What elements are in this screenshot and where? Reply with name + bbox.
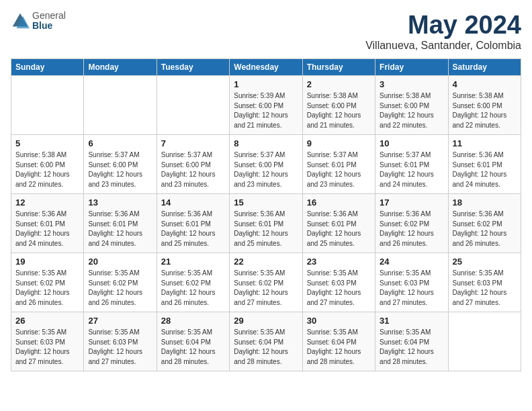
logo-blue: Blue <box>32 21 66 31</box>
day-info: Sunrise: 5:36 AMSunset: 6:01 PMDaylight:… <box>15 210 79 248</box>
day-number: 29 <box>234 316 298 326</box>
calendar-week-2: 5Sunrise: 5:38 AMSunset: 6:00 PMDaylight… <box>11 135 521 194</box>
calendar-cell: 2Sunrise: 5:38 AMSunset: 6:00 PMDaylight… <box>302 76 375 135</box>
calendar-cell: 13Sunrise: 5:36 AMSunset: 6:01 PMDayligh… <box>84 194 157 253</box>
day-number: 27 <box>88 316 152 326</box>
title-block: May 2024 Villanueva, Santander, Colombia <box>365 11 521 52</box>
day-info: Sunrise: 5:35 AMSunset: 6:02 PMDaylight:… <box>161 269 225 308</box>
day-info: Sunrise: 5:36 AMSunset: 6:01 PMDaylight:… <box>161 210 225 248</box>
calendar-cell: 20Sunrise: 5:35 AMSunset: 6:02 PMDayligh… <box>84 253 157 312</box>
weekday-header-tuesday: Tuesday <box>157 59 229 76</box>
day-number: 26 <box>15 316 79 326</box>
day-info: Sunrise: 5:35 AMSunset: 6:03 PMDaylight:… <box>453 269 517 308</box>
calendar-location: Villanueva, Santander, Colombia <box>365 40 521 52</box>
day-number: 3 <box>380 79 443 89</box>
day-number: 24 <box>380 257 443 267</box>
day-info: Sunrise: 5:35 AMSunset: 6:04 PMDaylight:… <box>307 328 371 367</box>
logo-general: General <box>32 11 66 21</box>
calendar-title: May 2024 <box>365 11 521 40</box>
calendar-cell: 5Sunrise: 5:38 AMSunset: 6:00 PMDaylight… <box>11 135 84 194</box>
day-number: 4 <box>453 79 517 89</box>
day-number: 8 <box>234 138 298 148</box>
weekday-header-saturday: Saturday <box>448 59 521 76</box>
calendar-cell: 25Sunrise: 5:35 AMSunset: 6:03 PMDayligh… <box>448 253 521 312</box>
calendar-cell: 9Sunrise: 5:37 AMSunset: 6:01 PMDaylight… <box>302 135 375 194</box>
calendar-cell: 21Sunrise: 5:35 AMSunset: 6:02 PMDayligh… <box>157 253 229 312</box>
calendar-cell: 12Sunrise: 5:36 AMSunset: 6:01 PMDayligh… <box>11 194 84 253</box>
calendar-cell <box>448 312 521 371</box>
day-number: 25 <box>453 257 517 267</box>
weekday-header-monday: Monday <box>84 59 157 76</box>
calendar-cell: 22Sunrise: 5:35 AMSunset: 6:02 PMDayligh… <box>230 253 302 312</box>
calendar-cell: 1Sunrise: 5:39 AMSunset: 6:00 PMDaylight… <box>230 76 302 135</box>
day-number: 16 <box>307 197 371 208</box>
day-number: 10 <box>380 138 443 148</box>
calendar-cell: 7Sunrise: 5:37 AMSunset: 6:00 PMDaylight… <box>157 135 229 194</box>
page-header: General Blue May 2024 Villanueva, Santan… <box>11 11 521 52</box>
calendar-week-3: 12Sunrise: 5:36 AMSunset: 6:01 PMDayligh… <box>11 194 521 253</box>
calendar-table: SundayMondayTuesdayWednesdayThursdayFrid… <box>11 58 521 371</box>
day-info: Sunrise: 5:37 AMSunset: 6:00 PMDaylight:… <box>234 150 298 189</box>
day-info: Sunrise: 5:38 AMSunset: 6:00 PMDaylight:… <box>380 91 443 130</box>
weekday-header-row: SundayMondayTuesdayWednesdayThursdayFrid… <box>11 59 521 76</box>
day-info: Sunrise: 5:35 AMSunset: 6:04 PMDaylight:… <box>380 328 443 367</box>
calendar-week-4: 19Sunrise: 5:35 AMSunset: 6:02 PMDayligh… <box>11 253 521 312</box>
day-number: 2 <box>307 79 371 89</box>
calendar-cell <box>157 76 229 135</box>
logo: General Blue <box>11 11 66 32</box>
day-number: 11 <box>453 138 517 148</box>
day-number: 22 <box>234 257 298 267</box>
day-info: Sunrise: 5:35 AMSunset: 6:04 PMDaylight:… <box>234 328 298 367</box>
day-info: Sunrise: 5:37 AMSunset: 6:01 PMDaylight:… <box>380 150 443 189</box>
day-number: 6 <box>88 138 152 148</box>
weekday-header-wednesday: Wednesday <box>230 59 302 76</box>
calendar-cell: 19Sunrise: 5:35 AMSunset: 6:02 PMDayligh… <box>11 253 84 312</box>
calendar-cell: 30Sunrise: 5:35 AMSunset: 6:04 PMDayligh… <box>302 312 375 371</box>
calendar-cell: 29Sunrise: 5:35 AMSunset: 6:04 PMDayligh… <box>230 312 302 371</box>
day-number: 5 <box>15 138 79 148</box>
logo-icon <box>11 11 30 30</box>
calendar-cell: 15Sunrise: 5:36 AMSunset: 6:01 PMDayligh… <box>230 194 302 253</box>
day-info: Sunrise: 5:35 AMSunset: 6:03 PMDaylight:… <box>88 328 152 367</box>
day-number: 12 <box>15 197 79 208</box>
day-number: 20 <box>88 257 152 267</box>
weekday-header-friday: Friday <box>375 59 448 76</box>
day-info: Sunrise: 5:36 AMSunset: 6:02 PMDaylight:… <box>453 210 517 248</box>
day-number: 28 <box>161 316 225 326</box>
day-info: Sunrise: 5:35 AMSunset: 6:02 PMDaylight:… <box>234 269 298 308</box>
day-number: 7 <box>161 138 225 148</box>
calendar-cell: 6Sunrise: 5:37 AMSunset: 6:00 PMDaylight… <box>84 135 157 194</box>
day-info: Sunrise: 5:36 AMSunset: 6:02 PMDaylight:… <box>380 210 443 248</box>
day-number: 18 <box>453 197 517 208</box>
day-number: 1 <box>234 79 298 89</box>
calendar-cell: 27Sunrise: 5:35 AMSunset: 6:03 PMDayligh… <box>84 312 157 371</box>
day-info: Sunrise: 5:39 AMSunset: 6:00 PMDaylight:… <box>234 91 298 130</box>
day-info: Sunrise: 5:38 AMSunset: 6:00 PMDaylight:… <box>453 91 517 130</box>
day-info: Sunrise: 5:37 AMSunset: 6:00 PMDaylight:… <box>88 150 152 189</box>
day-info: Sunrise: 5:38 AMSunset: 6:00 PMDaylight:… <box>15 150 79 189</box>
day-info: Sunrise: 5:36 AMSunset: 6:01 PMDaylight:… <box>453 150 517 189</box>
calendar-cell: 14Sunrise: 5:36 AMSunset: 6:01 PMDayligh… <box>157 194 229 253</box>
calendar-cell <box>84 76 157 135</box>
calendar-cell: 28Sunrise: 5:35 AMSunset: 6:04 PMDayligh… <box>157 312 229 371</box>
calendar-cell: 18Sunrise: 5:36 AMSunset: 6:02 PMDayligh… <box>448 194 521 253</box>
calendar-cell: 16Sunrise: 5:36 AMSunset: 6:01 PMDayligh… <box>302 194 375 253</box>
day-info: Sunrise: 5:35 AMSunset: 6:04 PMDaylight:… <box>161 328 225 367</box>
day-number: 23 <box>307 257 371 267</box>
day-info: Sunrise: 5:35 AMSunset: 6:02 PMDaylight:… <box>15 269 79 308</box>
calendar-cell: 3Sunrise: 5:38 AMSunset: 6:00 PMDaylight… <box>375 76 448 135</box>
weekday-header-thursday: Thursday <box>302 59 375 76</box>
calendar-cell: 17Sunrise: 5:36 AMSunset: 6:02 PMDayligh… <box>375 194 448 253</box>
day-info: Sunrise: 5:35 AMSunset: 6:02 PMDaylight:… <box>88 269 152 308</box>
calendar-cell <box>11 76 84 135</box>
day-info: Sunrise: 5:35 AMSunset: 6:03 PMDaylight:… <box>307 269 371 308</box>
day-info: Sunrise: 5:36 AMSunset: 6:01 PMDaylight:… <box>307 210 371 248</box>
calendar-cell: 24Sunrise: 5:35 AMSunset: 6:03 PMDayligh… <box>375 253 448 312</box>
day-number: 19 <box>15 257 79 267</box>
day-info: Sunrise: 5:35 AMSunset: 6:03 PMDaylight:… <box>380 269 443 308</box>
calendar-cell: 8Sunrise: 5:37 AMSunset: 6:00 PMDaylight… <box>230 135 302 194</box>
calendar-week-5: 26Sunrise: 5:35 AMSunset: 6:03 PMDayligh… <box>11 312 521 371</box>
day-info: Sunrise: 5:36 AMSunset: 6:01 PMDaylight:… <box>234 210 298 248</box>
day-number: 13 <box>88 197 152 208</box>
calendar-cell: 23Sunrise: 5:35 AMSunset: 6:03 PMDayligh… <box>302 253 375 312</box>
